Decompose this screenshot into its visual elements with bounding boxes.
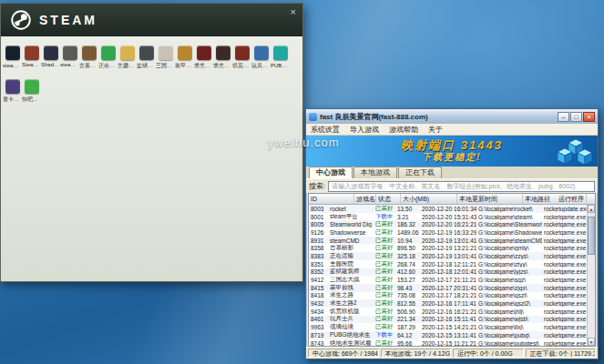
- cell-update-time: 2020-12-15 11:21:21: [420, 340, 476, 346]
- scroll-up-icon[interactable]: ▲: [588, 205, 595, 213]
- app-icon[interactable]: [273, 46, 288, 60]
- app-icon[interactable]: [25, 79, 39, 94]
- app-label: 监狱建筑师: [137, 62, 156, 70]
- app-icon[interactable]: [120, 46, 135, 60]
- menu-item[interactable]: 关于: [428, 125, 443, 135]
- table-row[interactable]: 8461 玩具士兵 已装好 221.34 2020-12-16 15:11:41…: [309, 316, 587, 324]
- app-icon[interactable]: [235, 46, 250, 60]
- column-header[interactable]: 大小(MB): [401, 194, 457, 204]
- app-icon[interactable]: [25, 46, 39, 60]
- table-row[interactable]: 8418 求生之路 已装好 735.08 2020-12-17 18:21:21…: [309, 292, 587, 300]
- cubes-graphic: [558, 137, 594, 165]
- app-icon[interactable]: [5, 46, 20, 60]
- cell-exe: rocketgame.exe: [542, 214, 587, 220]
- app-shortcut[interactable]: 监狱建筑师: [137, 46, 156, 70]
- cell-status: 已装好: [374, 291, 395, 299]
- tab[interactable]: 本地游戏: [353, 167, 397, 178]
- table-row[interactable]: 8358 古墓丽影 已装好 896.50 2020-12-19 13:21:21…: [309, 244, 587, 252]
- app-shortcut[interactable]: 饥荒联机版: [232, 46, 251, 70]
- column-header[interactable]: 本地路径: [523, 194, 557, 204]
- cell-game-name: 玩具士兵: [328, 315, 374, 323]
- app-shortcut[interactable]: 三国志大战: [156, 46, 175, 70]
- column-header[interactable]: ID: [309, 194, 354, 204]
- app-shortcut[interactable]: 正在运输: [98, 46, 118, 70]
- app-shortcut[interactable]: 快吧游戏盒: [22, 79, 41, 104]
- cell-size: 186.32: [395, 221, 420, 228]
- app-shortcut[interactable]: 显卡驱动: [3, 79, 22, 104]
- app-shortcut[interactable]: 装甲前线: [175, 46, 194, 70]
- table-row[interactable]: 8719 PUBG绝地求生 下载中 64.12 2020-12-15 13:11…: [309, 331, 587, 339]
- app-shortcut[interactable]: 求生之路2: [213, 46, 232, 70]
- cell-game-name: 装甲前线: [328, 284, 374, 292]
- column-header[interactable]: 游戏名: [354, 194, 376, 204]
- column-header[interactable]: 状态: [376, 194, 401, 204]
- table-row[interactable]: 8415 装甲前线 已装好 98.43 2020-12-17 20:31:41 …: [309, 284, 587, 292]
- app-shortcut[interactable]: 玩具士兵: [251, 46, 271, 70]
- app-icon[interactable]: [216, 46, 230, 60]
- app-icon[interactable]: [5, 79, 20, 94]
- table-row[interactable]: 8003 rocket 已装好 13.50 2020-12-20 16:01:3…: [309, 205, 587, 213]
- menu-item[interactable]: 系统设置: [311, 125, 340, 135]
- tab[interactable]: 正在下载: [398, 167, 442, 178]
- app-label: 正在运输: [98, 62, 118, 70]
- cell-game-name: 古墓丽影: [328, 244, 374, 252]
- table-row[interactable]: 9963 琉璃仙境 已装好 187.29 2020-12-15 14:21:21…: [309, 323, 587, 331]
- app-icon[interactable]: [178, 46, 192, 60]
- app-shortcut[interactable]: 古墓丽影: [79, 46, 98, 70]
- app-icon[interactable]: [197, 46, 211, 60]
- app-shortcut[interactable]: 求生之路: [194, 46, 213, 70]
- app-icon[interactable]: [63, 46, 77, 60]
- cell-game-name: rocket: [328, 206, 374, 212]
- cell-exe: rocketgame.exe: [542, 285, 587, 291]
- menu-item[interactable]: 导入游戏: [350, 125, 379, 135]
- scrollbar-track[interactable]: [588, 213, 595, 338]
- app-shortcut[interactable]: steam平台: [3, 46, 22, 70]
- app-icon[interactable]: [254, 46, 269, 60]
- table-scrollbar[interactable]: ▲ ▼: [587, 205, 595, 346]
- tab[interactable]: 中心游戏: [309, 167, 353, 178]
- app-icon[interactable]: [82, 46, 97, 60]
- column-header[interactable]: 运行程序: [557, 194, 587, 204]
- cell-id: 8719: [309, 332, 328, 339]
- cell-size: 896.50: [395, 245, 420, 251]
- cell-id: 8383: [309, 253, 328, 259]
- app-icon[interactable]: [139, 46, 154, 60]
- column-header[interactable]: 本地更新时间: [457, 194, 523, 204]
- table-row[interactable]: 8351 主题医院 已装好 268.74 2020-12-18 12:11:21…: [309, 260, 587, 268]
- app-icon[interactable]: [44, 46, 58, 60]
- app-label: 求生之路2: [213, 62, 232, 70]
- cell-status: 已装好: [374, 205, 395, 213]
- maximize-button[interactable]: □: [570, 112, 582, 122]
- steam-titlebar[interactable]: STEAM ×: [1, 4, 302, 36]
- cell-status: 已装好: [374, 244, 395, 252]
- table-row[interactable]: 8001 steam平台 下载中 3.21 2020-12-20 15:31:4…: [309, 213, 587, 221]
- table-row[interactable]: 8005 Steamworld Dig 已装好 186.32 2020-12-2…: [309, 220, 587, 228]
- table-row[interactable]: 8383 正在运输 已装好 325.18 2020-12-19 13:01:41…: [309, 252, 587, 260]
- app-shortcut[interactable]: steamCMD: [60, 46, 79, 70]
- app-shortcut[interactable]: Shadowverse: [41, 46, 60, 70]
- app-shortcut[interactable]: Steamworld: [22, 46, 41, 70]
- search-input[interactable]: [328, 181, 595, 192]
- app-shortcut[interactable]: 主题医院: [118, 46, 137, 70]
- table-row[interactable]: 9432 求生之路2 已装好 812.55 2020-12-16 17:11:4…: [309, 299, 587, 308]
- close-icon[interactable]: ×: [291, 6, 296, 17]
- manager-titlebar[interactable]: fast 良辰美景官网(fast-888.com) – □ ×: [306, 109, 598, 124]
- table-row[interactable]: 8931 steamCMD 已装好 10.94 2020-12-19 13:01…: [309, 237, 587, 245]
- close-button[interactable]: ×: [583, 112, 595, 122]
- statusbar: 中心游戏: 669个 / 19841.86G 本地游戏: 19个 / 4.12G…: [306, 347, 598, 359]
- app-icon[interactable]: [159, 46, 173, 60]
- app-icon[interactable]: [101, 46, 116, 60]
- scroll-down-icon[interactable]: ▼: [588, 338, 595, 346]
- app-shortcut[interactable]: PUBG绝地: [271, 46, 290, 70]
- scrollbar-thumb[interactable]: [588, 217, 595, 255]
- table-row[interactable]: 8352 监狱建筑师 已装好 412.60 2020-12-18 12:01:4…: [309, 268, 587, 277]
- window-controls: – □ ×: [558, 112, 595, 122]
- minimize-button[interactable]: –: [558, 112, 569, 122]
- table-row[interactable]: 8743 绝地求生测试服 已装好 95.66 2020-12-15 11:21:…: [309, 339, 587, 346]
- table-row[interactable]: 9126 Shadowverse 已装好 1489.06 2020-12-19 …: [309, 228, 587, 237]
- cell-update-time: 2020-12-16 15:11:41: [420, 316, 476, 322]
- table-row[interactable]: 9434 饥荒联机版 已装好 506.90 2020-12-16 16:21:2…: [309, 308, 587, 316]
- menu-item[interactable]: 游戏帮助: [389, 125, 418, 135]
- cell-status: 已装好: [374, 268, 395, 276]
- table-row[interactable]: 9412 三国志大战 已装好 153.27 2020-12-17 21:11:2…: [309, 276, 587, 284]
